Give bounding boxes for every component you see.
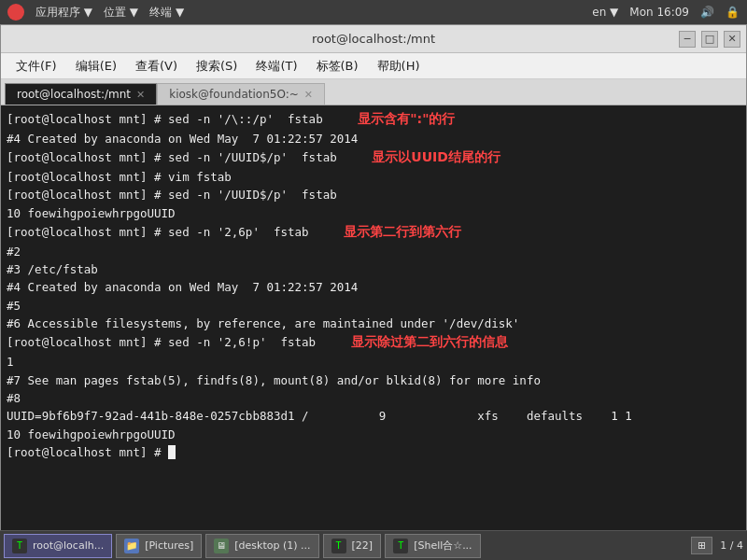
tab-label-active: root@localhost:/mnt [17,88,131,101]
tab-close-active[interactable]: ✕ [136,89,145,101]
terminal-line-1: #4 Created by anaconda on Wed May 7 01:2… [7,130,740,147]
taskbar: T root@localh... 📁 [Pictures] 🖥 [desktop… [0,530,747,560]
terminal-line-7: #2 [7,243,740,260]
taskbar-desktop-icon: 🖥 [214,539,229,553]
window-title: root@localhost:/mnt [312,32,435,46]
terminal-line-18: [root@localhost mnt] # [7,443,740,461]
terminal-output[interactable]: [root@localhost mnt] # sed -n '/\::/p' f… [1,105,746,559]
tab-bar: root@localhost:/mnt ✕ kiosk@foundation5O… [1,79,746,105]
title-bar: root@localhost:/mnt ─ □ ✕ [1,25,746,53]
taskbar-22-icon: T [331,539,346,553]
annotation-colon: 显示含有":"的行 [358,111,455,126]
menu-bar: 文件(F) 编辑(E) 查看(V) 搜索(S) 终端(T) 标签(B) 帮助(H… [1,53,746,79]
user-lock-icon[interactable]: 🔒 [726,6,740,19]
terminal-line-8: #3 /etc/fstab [7,260,740,278]
terminal-line-17: 10 foewihgpoiewhrpgoUUID [7,426,740,443]
terminal-line-15: #8 [7,389,740,407]
close-button[interactable]: ✕ [724,31,740,48]
datetime-display: Mon 16:09 [629,6,689,19]
tab-root-localhost[interactable]: root@localhost:/mnt ✕ [5,83,157,105]
menu-edit[interactable]: 编辑(E) [68,55,124,77]
taskbar-terminal-label: root@localh... [33,539,104,552]
annotation-uuid: 显示以UUID结尾的行 [372,149,500,164]
menu-tabs[interactable]: 标签(B) [309,55,366,77]
taskbar-22-label: [22] [352,539,374,552]
taskbar-right: ⊞ 1 / 4 [691,537,743,554]
applications-menu[interactable]: 应用程序 ▼ [35,5,92,21]
locale-selector[interactable]: en ▼ [592,6,618,19]
terminal-line-3: [root@localhost mnt] # vim fstab [7,168,740,186]
tab-close-inactive[interactable]: ✕ [304,89,313,101]
terminal-line-6: [root@localhost mnt] # sed -n '2,6p' fst… [7,222,740,243]
annotation-range: 显示第二行到第六行 [344,224,461,239]
taskbar-pictures-icon: 📁 [124,539,139,553]
terminal-line-5: 10 foewihgpoiewhrpgoUUID [7,204,740,222]
locations-menu[interactable]: 位置 ▼ [104,5,138,21]
taskbar-item-22[interactable]: T [22] [323,534,382,558]
taskbar-item-pictures[interactable]: 📁 [Pictures] [116,534,202,558]
distro-icon [7,4,24,21]
terminal-line-16: UUID=9bf6b9f7-92ad-441b-848e-0257cbb883d… [7,407,740,425]
terminal-line-10: #5 [7,297,740,315]
terminal-line-2: [root@localhost mnt] # sed -n '/UUID$/p'… [7,147,740,168]
taskbar-item-terminal[interactable]: T root@localh... [4,534,112,558]
system-bar: 应用程序 ▼ 位置 ▼ 终端 ▼ en ▼ Mon 16:09 🔊 🔒 [0,0,747,24]
terminal-line-0: [root@localhost mnt] # sed -n '/\::/p' f… [7,109,740,130]
terminal-line-4: [root@localhost mnt] # sed -n '/UUID$/p'… [7,186,740,203]
taskbar-desktop-label: [desktop (1) ... [234,539,310,552]
menu-view[interactable]: 查看(V) [128,55,185,77]
terminal-line-12: [root@localhost mnt] # sed -n '2,6!p' fs… [7,332,740,353]
annotation-exclude: 显示除过第二到六行的信息 [351,334,508,349]
system-bar-left: 应用程序 ▼ 位置 ▼ 终端 ▼ [7,4,184,21]
taskbar-pictures-label: [Pictures] [145,539,193,552]
menu-search[interactable]: 搜索(S) [189,55,245,77]
terminal-window: root@localhost:/mnt ─ □ ✕ 文件(F) 编辑(E) 查看… [0,24,747,560]
system-bar-right: en ▼ Mon 16:09 🔊 🔒 [592,6,740,19]
terminal-line-13: 1 [7,353,740,371]
window-controls: ─ □ ✕ [679,31,740,48]
terminal-line-11: #6 Accessible filesystems, by reference,… [7,315,740,332]
minimize-button[interactable]: ─ [679,31,696,48]
terminal-line-9: #4 Created by anaconda on Wed May 7 01:2… [7,278,740,296]
taskbar-item-shell[interactable]: T [Shell合☆... [385,534,480,558]
menu-file[interactable]: 文件(F) [8,55,64,77]
taskbar-item-desktop[interactable]: 🖥 [desktop (1) ... [205,534,318,558]
taskbar-shell-icon: T [393,539,408,553]
taskbar-shell-label: [Shell合☆... [414,539,472,553]
pager-icon[interactable]: ⊞ [691,537,712,554]
maximize-button[interactable]: □ [701,31,718,48]
tab-label-inactive: kiosk@foundation5O:~ [169,88,299,101]
volume-icon[interactable]: 🔊 [700,6,714,19]
menu-help[interactable]: 帮助(H) [370,55,428,77]
menu-terminal[interactable]: 终端(T) [248,55,304,77]
terminal-line-14: #7 See man pages fstab(5), findfs(8), mo… [7,371,740,389]
pager-display: 1 / 4 [720,539,743,552]
terminal-sys-menu[interactable]: 终端 ▼ [149,5,184,21]
taskbar-terminal-icon: T [12,539,27,553]
tab-kiosk[interactable]: kiosk@foundation5O:~ ✕ [157,83,325,105]
